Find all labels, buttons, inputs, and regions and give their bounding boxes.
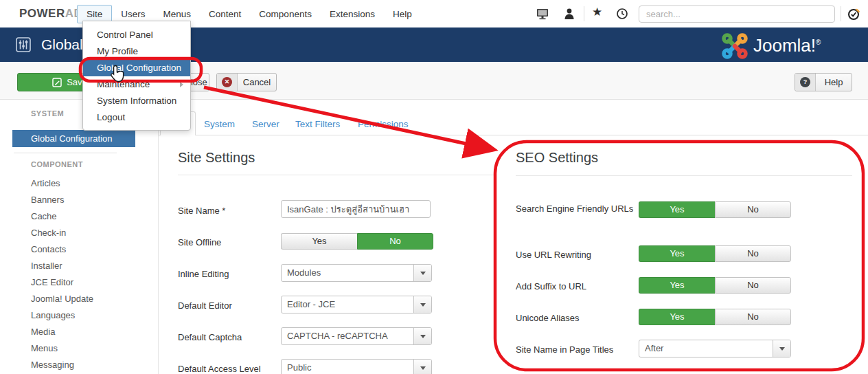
site-settings-heading: Site Settings <box>178 150 255 166</box>
search-input[interactable] <box>639 6 835 23</box>
clock-icon[interactable] <box>616 8 628 20</box>
add-suffix-label: Add Suffix to URL <box>516 280 636 292</box>
add-suffix-no-button[interactable]: No <box>715 277 791 294</box>
menu-item-extensions[interactable]: Extensions <box>321 6 384 23</box>
dropdown-item-maintenance-label: Maintenance <box>97 79 150 89</box>
page-title: Global <box>41 36 83 53</box>
site-name-input[interactable] <box>281 200 431 218</box>
sidebar-item-check-in[interactable]: Check-in <box>31 225 141 241</box>
sidebar-item-messaging[interactable]: Messaging <box>31 357 141 373</box>
add-suffix-yes-button[interactable]: Yes <box>639 277 715 294</box>
inline-editing-select[interactable]: Modules <box>281 264 432 282</box>
unicode-aliases-label: Unicode Aliases <box>516 312 636 324</box>
help-icon-segment: ? <box>795 74 816 91</box>
sidebar-item-banners[interactable]: Banners <box>31 192 141 208</box>
tab-permissions[interactable]: Permissions <box>358 119 409 129</box>
sidebar-item-media[interactable]: Media <box>31 324 141 340</box>
site-offline-no-button[interactable]: No <box>357 233 433 250</box>
chevron-down-icon[interactable] <box>413 265 431 281</box>
dropdown-item-system-information[interactable]: System Information <box>83 93 190 109</box>
sidebar-item-cache[interactable]: Cache <box>31 208 141 225</box>
unicode-aliases-toggle: Yes No <box>639 309 791 325</box>
url-rewriting-toggle: Yes No <box>639 245 791 262</box>
menu-item-content[interactable]: Content <box>200 6 250 23</box>
help-button[interactable]: ? Help <box>795 73 852 91</box>
sidebar-item-menus[interactable]: Menus <box>31 340 141 357</box>
site-offline-yes-button[interactable]: Yes <box>281 233 357 250</box>
pencil-square-icon <box>52 78 62 87</box>
monitor-icon[interactable] <box>536 8 549 20</box>
seo-settings-heading: SEO Settings <box>516 150 598 166</box>
chevron-down-icon[interactable] <box>413 296 431 313</box>
default-editor-select[interactable]: Editor - JCE <box>281 296 432 314</box>
default-access-level-label: Default Access Level <box>178 363 288 374</box>
menu-item-menus[interactable]: Menus <box>155 6 201 23</box>
submenu-arrow-icon <box>180 82 183 87</box>
dropdown-item-control-panel[interactable]: Control Panel <box>83 27 190 43</box>
star-icon[interactable]: ★ <box>592 6 602 19</box>
chevron-down-icon[interactable] <box>413 360 431 374</box>
joomla-logo-icon <box>721 32 749 60</box>
joomla-brand-text: Joomla!® <box>753 35 821 56</box>
menu-item-components[interactable]: Components <box>250 6 321 23</box>
site-name-label: Site Name * <box>178 205 288 217</box>
sef-urls-toggle: Yes No <box>639 201 791 218</box>
brand-registered-mark: ® <box>816 38 821 46</box>
dropdown-item-maintenance[interactable]: Maintenance <box>83 76 190 93</box>
default-captcha-label: Default Captcha <box>178 331 288 343</box>
sidebar-divider <box>14 153 117 153</box>
cancel-icon-segment: ✕ <box>217 74 238 91</box>
site-offline-label: Site Offline <box>178 236 288 248</box>
joomla-admin-page: POWERADMIN Site Users Menus Content Comp… <box>0 0 868 374</box>
dropdown-item-logout[interactable]: Logout <box>83 109 190 126</box>
dropdown-item-my-profile[interactable]: My Profile <box>83 43 190 60</box>
site-name-in-titles-select[interactable]: After <box>639 340 791 358</box>
cancel-button-label: Cancel <box>238 77 276 87</box>
sef-urls-yes-button[interactable]: Yes <box>639 201 715 218</box>
default-access-level-value: Public <box>287 360 311 374</box>
url-rewriting-yes-button[interactable]: Yes <box>639 245 715 262</box>
unicode-aliases-yes-button[interactable]: Yes <box>639 309 715 325</box>
sidebar-item-installer[interactable]: Installer <box>31 258 141 274</box>
site-settings-rule <box>178 175 495 175</box>
sef-urls-no-button[interactable]: No <box>715 201 791 218</box>
default-captcha-select[interactable]: CAPTCHA - reCAPTCHA <box>281 327 432 345</box>
url-rewriting-no-button[interactable]: No <box>715 245 791 262</box>
tabbar-border <box>159 135 868 135</box>
default-access-level-select[interactable]: Public <box>281 359 432 374</box>
unicode-aliases-no-button[interactable]: No <box>715 309 791 325</box>
brand-name: Joomla! <box>753 35 816 56</box>
seo-settings-rule <box>516 175 852 176</box>
default-editor-label: Default Editor <box>178 300 288 311</box>
dropdown-item-global-configuration[interactable]: Global Configuration <box>83 60 190 76</box>
inline-editing-label: Inline Editing <box>178 268 288 280</box>
user-icon[interactable] <box>563 8 575 20</box>
topbar-divider <box>584 6 584 21</box>
menu-item-help[interactable]: Help <box>384 6 421 23</box>
sidebar-item-global-configuration[interactable]: Global Configuration <box>12 130 135 147</box>
inline-editing-value: Modules <box>287 265 321 281</box>
chevron-down-icon[interactable] <box>413 328 431 344</box>
sidebar-item-jce-editor[interactable]: JCE Editor <box>31 274 141 291</box>
chevron-down-icon[interactable] <box>773 340 790 357</box>
tab-server[interactable]: Server <box>252 119 279 129</box>
sidebar-item-contacts[interactable]: Contacts <box>31 241 141 258</box>
sef-urls-label: Search Engine Friendly URLs <box>516 203 636 214</box>
check-circle-icon[interactable] <box>847 8 860 21</box>
site-offline-toggle: Yes No <box>281 233 433 250</box>
menu-item-users[interactable]: Users <box>112 6 154 23</box>
cancel-button[interactable]: ✕ Cancel <box>216 73 277 91</box>
main-content: Site System Server Text Filters Permissi… <box>158 100 868 374</box>
sidebar-item-articles[interactable]: Articles <box>31 175 141 192</box>
sidebar-heading-system: SYSTEM <box>31 109 64 118</box>
topbar-divider <box>841 6 841 21</box>
question-mark-icon: ? <box>800 77 810 87</box>
default-captcha-value: CAPTCHA - reCAPTCHA <box>287 328 388 344</box>
sidebar-item-joomla-update[interactable]: Joomla! Update <box>31 291 141 307</box>
tab-system[interactable]: System <box>204 119 235 129</box>
site-name-in-titles-label: Site Name in Page Titles <box>516 344 636 355</box>
logo-text-bold: POWER <box>19 7 65 20</box>
sidebar-item-languages[interactable]: Languages <box>31 307 141 324</box>
tab-text-filters[interactable]: Text Filters <box>295 119 340 129</box>
site-menu-dropdown: Control Panel My Profile Global Configur… <box>82 21 191 131</box>
